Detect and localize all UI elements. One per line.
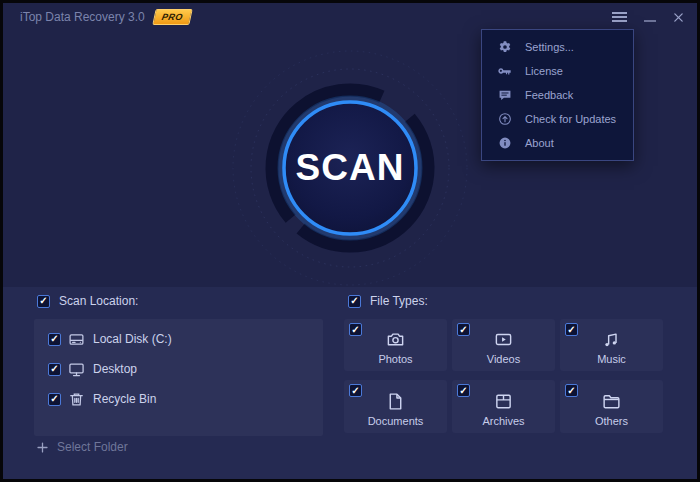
key-icon bbox=[498, 64, 512, 78]
select-folder-button[interactable]: Select Folder bbox=[36, 440, 128, 454]
menu-item-about[interactable]: About bbox=[482, 131, 633, 155]
file-type-card-music[interactable]: Music bbox=[560, 319, 663, 371]
music-icon bbox=[602, 330, 621, 349]
item-checkbox[interactable] bbox=[565, 323, 578, 336]
item-checkbox[interactable] bbox=[48, 363, 61, 376]
monitor-icon bbox=[68, 361, 85, 378]
feedback-icon bbox=[498, 88, 512, 102]
menu-item-license[interactable]: License bbox=[482, 59, 633, 83]
scan-location-panel: Local Disk (C:) Desktop Recycle Bin bbox=[34, 319, 323, 436]
archive-icon bbox=[494, 392, 513, 411]
scan-location-checkbox[interactable] bbox=[37, 295, 50, 308]
camera-icon bbox=[386, 330, 405, 349]
gear-icon bbox=[498, 40, 512, 54]
scan-location-item-local-disk-c[interactable]: Local Disk (C:) bbox=[34, 324, 323, 354]
scan-location-item-desktop[interactable]: Desktop bbox=[34, 354, 323, 384]
item-checkbox[interactable] bbox=[48, 333, 61, 346]
file-type-card-others[interactable]: Others bbox=[560, 380, 663, 433]
menu-item-feedback[interactable]: Feedback bbox=[482, 83, 633, 107]
file-types-label: File Types: bbox=[370, 294, 428, 308]
plus-icon bbox=[36, 441, 49, 454]
scan-location-label: Scan Location: bbox=[59, 294, 138, 308]
update-icon bbox=[498, 112, 512, 126]
close-icon[interactable] bbox=[673, 12, 684, 23]
item-checkbox[interactable] bbox=[349, 384, 362, 397]
item-checkbox[interactable] bbox=[349, 323, 362, 336]
window-title: iTop Data Recovery 3.0 bbox=[20, 10, 145, 24]
file-type-card-archives[interactable]: Archives bbox=[452, 380, 555, 433]
scan-button[interactable]: SCAN bbox=[284, 102, 416, 234]
item-checkbox[interactable] bbox=[48, 393, 61, 406]
file-types-checkbox[interactable] bbox=[348, 295, 361, 308]
minimize-icon[interactable] bbox=[644, 20, 656, 22]
document-icon bbox=[386, 392, 405, 411]
app-menu: Settings... License Feedback Check for U… bbox=[481, 29, 634, 161]
scan-location-header: Scan Location: bbox=[37, 294, 138, 308]
scan-location-item-recycle-bin[interactable]: Recycle Bin bbox=[34, 384, 323, 414]
file-type-card-photos[interactable]: Photos bbox=[344, 319, 447, 371]
file-types-header: File Types: bbox=[348, 294, 428, 308]
select-folder-label: Select Folder bbox=[57, 440, 128, 454]
app-window: iTop Data Recovery 3.0 PRO bbox=[0, 0, 700, 482]
menu-item-settings[interactable]: Settings... bbox=[482, 35, 633, 59]
item-checkbox[interactable] bbox=[565, 384, 578, 397]
file-type-card-documents[interactable]: Documents bbox=[344, 380, 447, 433]
hdd-icon bbox=[68, 331, 85, 348]
trash-icon bbox=[68, 391, 85, 408]
info-icon bbox=[498, 136, 512, 150]
file-type-card-videos[interactable]: Videos bbox=[452, 319, 555, 371]
item-checkbox[interactable] bbox=[457, 323, 470, 336]
scan-button-label: SCAN bbox=[296, 147, 405, 189]
file-types-grid: Photos Videos Music Documents Archives O… bbox=[344, 319, 663, 433]
hamburger-menu-icon[interactable] bbox=[612, 12, 627, 22]
video-icon bbox=[494, 330, 513, 349]
pro-badge: PRO bbox=[152, 9, 192, 25]
item-checkbox[interactable] bbox=[457, 384, 470, 397]
menu-item-check-for-updates[interactable]: Check for Updates bbox=[482, 107, 633, 131]
folder-icon bbox=[602, 392, 621, 411]
